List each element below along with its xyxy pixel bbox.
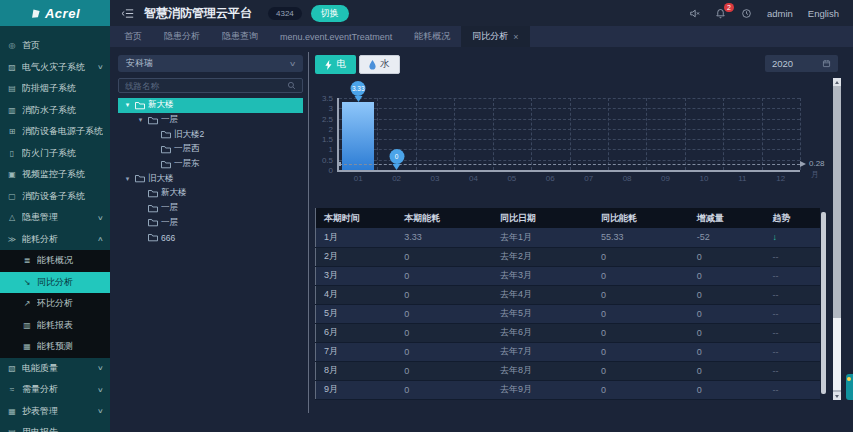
tree-node[interactable]: 一层东 [118,157,303,172]
tree-node[interactable]: 一层西 [118,142,303,157]
tab-home[interactable]: 首页 [113,26,153,47]
tree-node[interactable]: 新大楼 [118,186,303,201]
sidebar-item-power-quality[interactable]: ▧电能质量∨ [0,358,110,380]
expander-icon[interactable]: ▾ [123,101,132,109]
app-root: Acrel 智慧消防管理云平台 4324 切换 2 admin English … [0,0,853,432]
y-axis-tick: 0 [329,166,333,175]
tree-node[interactable]: 一层 [118,216,303,231]
grid-line-v [762,98,763,170]
sidebar-item-label: 消防设备电源子系统 [22,125,103,138]
table-cell: 3月 [316,266,397,285]
sidebar-item-smoke-control[interactable]: ▤防排烟子系统 [0,78,110,100]
project-select[interactable]: 安科瑞 ∨ [118,55,303,72]
tree-node[interactable]: ▾一层 [118,113,303,128]
y-axis-tick: 3.5 [322,94,333,103]
scrollbar-thumb[interactable] [833,318,841,390]
grid-line-v [493,98,494,170]
tab-energy-overview[interactable]: 能耗概况 [403,26,461,47]
table-cell: 0 [396,266,492,285]
bar-month-01[interactable] [342,102,374,171]
search-icon[interactable] [287,81,296,90]
help-icon[interactable] [741,8,752,19]
scroll-down-arrow[interactable] [833,392,841,400]
table-cell: 去年8月 [492,361,593,380]
floating-widget[interactable] [846,374,853,400]
line-search-input[interactable] [125,81,283,91]
sidebar-item-hazard-mgmt[interactable]: △隐患管理∨ [0,207,110,229]
water-energy-button[interactable]: 水 [359,55,400,74]
sidebar-item-video-monitor[interactable]: ▣视频监控子系统 [0,164,110,186]
tab-label: 隐患查询 [222,30,258,43]
tree-node-label: 一层西 [174,143,200,155]
x-axis-tick: 01 [354,174,363,183]
sidebar-item-electric-fire[interactable]: ▨电气火灾子系统∨ [0,57,110,79]
tab-event-treatment[interactable]: menu.event.eventTreatment [269,26,403,47]
table-cell: 0 [396,361,492,380]
sidebar-item-energy-analysis[interactable]: ≫能耗分析∧ [0,229,110,251]
folder-icon [148,116,158,125]
sidebar-item-fire-water[interactable]: ▥消防水子系统 [0,100,110,122]
sidebar-item-label: 抄表管理 [22,405,93,418]
scroll-up-arrow[interactable] [833,78,841,86]
folder-icon [161,130,171,139]
table-cell: 9月 [316,380,397,399]
video-icon: ▣ [7,170,17,179]
data-marker-value: 3.33 [351,81,366,96]
x-axis-tick: 11 [738,174,746,183]
tab-yoy-analysis[interactable]: 同比分析× [461,26,529,47]
year-picker[interactable]: 2020 [765,55,838,72]
tree-node[interactable]: 旧大楼2 [118,127,303,142]
tab-label: 同比分析 [472,30,508,43]
table-cell: 0 [593,247,689,266]
electric-energy-button[interactable]: 电 [315,55,356,74]
tree-node-label: 旧大楼2 [174,129,204,141]
brand-logo-text: Acrel [45,6,80,21]
sidebar-item-mom-analysis[interactable]: ↗环比分析 [0,293,110,315]
sidebar-item-energy-overview[interactable]: ≣能耗概况 [0,250,110,272]
water-drop-icon [369,60,376,70]
column-header: 增减量 [689,208,765,228]
close-tab-icon[interactable]: × [513,32,518,42]
chevron-up-icon: ∧ [97,235,104,243]
menu-fold-icon[interactable] [121,8,134,19]
tab-hazard-analysis[interactable]: 隐患分析 [153,26,211,47]
sidebar-item-equipment-power[interactable]: ⊞消防设备电源子系统 [0,121,110,143]
sidebar-item-fire-equipment[interactable]: ▢消防设备子系统 [0,186,110,208]
table-cell: 0 [593,380,689,399]
page-scrollbar[interactable] [833,78,841,400]
forecast-icon: ▦ [22,342,32,351]
table-cell: 5月 [316,304,397,323]
y-axis-tick: 1.5 [322,135,333,144]
sidebar-item-label: 能耗预测 [37,340,103,353]
expander-icon[interactable]: ▾ [123,175,132,183]
sidebar-item-fire-door[interactable]: ▯防火门子系统 [0,143,110,165]
switch-project-button[interactable]: 切换 [311,5,349,22]
chevron-down-icon: ∨ [97,364,104,372]
quality-icon: ▧ [7,364,17,373]
tree-node[interactable]: 一层 [118,201,303,216]
mute-icon[interactable] [689,8,700,19]
tree-node[interactable]: ▾旧大楼 [118,171,303,186]
sidebar-item-meter-mgmt[interactable]: ▦抄表管理∨ [0,401,110,423]
folder-icon [135,174,145,183]
table-scrollbar[interactable] [821,212,826,394]
table-row: 6月0去年6月00-- [316,323,821,342]
tree-node[interactable]: 666 [118,230,303,245]
sidebar-item-home[interactable]: ◎首页 [0,35,110,57]
sidebar-item-demand-analysis[interactable]: ≈需量分析∨ [0,379,110,401]
username[interactable]: admin [767,8,793,19]
tree-node-label: 新大楼 [161,187,187,199]
folder-icon [161,160,171,169]
grid-line-v [416,98,417,170]
sidebar-item-energy-report[interactable]: ▥能耗报表 [0,315,110,337]
x-axis-tick: 06 [546,174,555,183]
notifications-bell[interactable]: 2 [715,8,726,19]
sidebar-item-power-report[interactable]: ▤用电报告 [0,422,110,432]
sidebar-item-yoy-analysis[interactable]: ↘同比分析 [0,272,110,294]
folder-icon [161,145,171,154]
tree-node[interactable]: ▾新大楼 [118,98,303,113]
tab-hazard-query[interactable]: 隐患查询 [211,26,269,47]
expander-icon[interactable]: ▾ [136,116,145,124]
language-switcher[interactable]: English [808,8,839,19]
sidebar-item-energy-forecast[interactable]: ▦能耗预测 [0,336,110,358]
